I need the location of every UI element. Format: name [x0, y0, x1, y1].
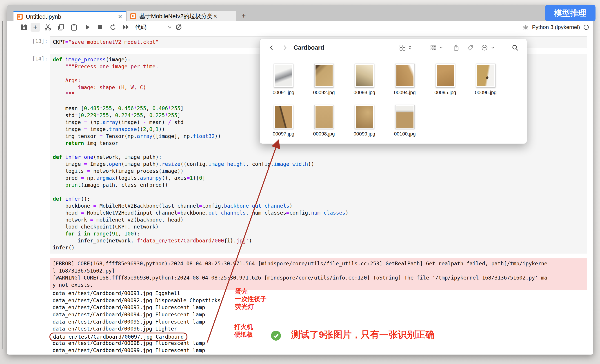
file-item[interactable]: 00095.jpg: [431, 64, 459, 95]
annotation-labels-top: 蛋壳一次性筷子荧光灯: [235, 288, 266, 310]
cardboard-photo: [275, 65, 292, 86]
code-line: for i in range(91, 100):: [53, 230, 587, 237]
file-grid-row-2: 00097.jpg 00098.jpg 00099.jpg 00100.jpg: [269, 105, 419, 137]
cell-type-dropdown[interactable]: 代码: [135, 21, 173, 33]
file-thumbnail[interactable]: [476, 64, 496, 87]
cardboard-photo: [477, 65, 494, 86]
kernel-area: Python 3 (ipykernel): [522, 21, 589, 33]
kernel-name[interactable]: Python 3 (ipykernel): [532, 24, 580, 30]
run-cell-icon[interactable]: [84, 23, 91, 31]
cardboard-photo: [316, 65, 333, 86]
copy-cell-icon[interactable]: [57, 23, 65, 31]
file-name: 00094.jpg: [394, 90, 416, 95]
run-all-icon[interactable]: [122, 23, 130, 31]
tab-label: 基于MobileNetv2的垃圾分类: [139, 12, 213, 20]
file-thumbnail[interactable]: [395, 105, 415, 129]
file-item[interactable]: 00098.jpg: [310, 105, 338, 137]
screenshot-stage: Untitled.ipynb ✕ 基于MobileNetv2的垃圾分类 ✕ + …: [0, 0, 600, 364]
tab-label: Untitled.ipynb: [26, 13, 61, 20]
file-item[interactable]: 00097.jpg: [269, 105, 298, 137]
file-thumbnail[interactable]: [274, 105, 293, 129]
file-item[interactable]: 00092.jpg: [310, 64, 338, 95]
file-thumbnail[interactable]: [436, 64, 455, 87]
file-item[interactable]: 00096.jpg: [472, 64, 500, 95]
file-name: 00100.jpg: [394, 131, 416, 137]
add-cell-button[interactable]: +: [31, 23, 40, 32]
annotation-summary: 测试了9张图片，只有一张识别正确: [291, 328, 435, 341]
finder-header: Cardboard: [260, 39, 527, 56]
file-thumbnail[interactable]: [314, 64, 334, 87]
code-line: image = Image.open(image_path).resize((c…: [53, 161, 587, 168]
file-name: 00092.jpg: [313, 90, 335, 95]
cardboard-photo: [396, 65, 413, 86]
file-item[interactable]: 00100.jpg: [391, 105, 419, 137]
debugger-bug-icon[interactable]: [522, 24, 529, 31]
code-line: def infer_one(network, image_path):: [53, 154, 587, 161]
error-line: [ERROR] CORE(168,ffff85e96930,python):20…: [53, 260, 587, 267]
code-line: def infer():: [53, 196, 587, 202]
notebook-icon: [17, 14, 23, 20]
file-thumbnail[interactable]: [355, 64, 374, 87]
cardboard-photo: [356, 106, 373, 128]
output-line: data_en/test/Cardboard/00094.jpg Fluores…: [53, 311, 587, 318]
search-icon[interactable]: [511, 44, 519, 51]
back-icon[interactable]: [268, 44, 275, 51]
tab-bar: Untitled.ipynb ✕ 基于MobileNetv2的垃圾分类 ✕ +: [7, 5, 593, 21]
paste-cell-icon[interactable]: [70, 23, 78, 31]
stderr-output: [ERROR] CORE(168,ffff85e96930,python):20…: [50, 258, 587, 290]
chevron-down-icon[interactable]: [439, 45, 444, 50]
cell-type-value: 代码: [135, 23, 147, 31]
share-icon[interactable]: [453, 44, 460, 51]
file-thumbnail[interactable]: [395, 64, 415, 87]
code-line: logits = network(image_process(image)): [53, 168, 587, 175]
close-icon[interactable]: ✕: [213, 13, 217, 19]
cut-cell-icon[interactable]: [44, 23, 52, 31]
file-thumbnail[interactable]: [314, 105, 334, 129]
view-selector-chevrons-icon[interactable]: [407, 44, 413, 51]
annotation-label: 硬纸板: [234, 331, 253, 338]
stop-kernel-icon[interactable]: [96, 23, 104, 31]
cell-prompt: [14]:: [27, 56, 48, 62]
save-icon[interactable]: [20, 23, 28, 31]
tab-mobilenet-notebook[interactable]: 基于MobileNetv2的垃圾分类 ✕: [127, 11, 236, 21]
file-item[interactable]: 00093.jpg: [350, 64, 378, 95]
output-line: data_en/test/Cardboard/00093.jpg Fluores…: [53, 304, 587, 311]
cardboard-photo: [356, 65, 373, 86]
group-by-icon[interactable]: [430, 44, 437, 51]
file-name: 00098.jpg: [313, 131, 335, 137]
output-line: data_en/test/Cardboard/00095.jpg Fluores…: [53, 318, 587, 326]
code-line: network = mobilenet_v2(backbone, head): [53, 216, 587, 223]
code-line: head = MobileNetV2Head(input_channel=bac…: [53, 209, 587, 216]
annotation-label: 蛋壳: [235, 288, 266, 295]
tab-untitled-notebook[interactable]: Untitled.ipynb ✕: [13, 11, 126, 21]
kernel-status-icon[interactable]: [583, 24, 589, 30]
file-thumbnail[interactable]: [355, 105, 374, 129]
file-item[interactable]: 00091.jpg: [269, 64, 298, 95]
output-line: data_en/test/Cardboard/00099.jpg Fluores…: [53, 347, 587, 354]
file-name: 00095.jpg: [434, 90, 456, 95]
kernel-busy-slash-icon[interactable]: [175, 23, 182, 31]
notebook-toolbar: + 代码: [7, 21, 593, 33]
code-line: pred = np.argmax(logits.asnumpy(), axis=…: [53, 175, 587, 182]
code-line: load_checkpoint(CKPT, network): [53, 223, 587, 230]
cardboard-photo: [316, 106, 333, 128]
file-grid-row-1: 00091.jpg 00092.jpg 00093.jpg 00094.jpg: [269, 64, 500, 95]
forward-icon[interactable]: [281, 44, 288, 51]
close-icon[interactable]: ✕: [118, 14, 122, 20]
more-options-icon[interactable]: [481, 44, 488, 51]
file-name: 00099.jpg: [354, 131, 375, 137]
notebook-icon: [130, 13, 136, 19]
chevron-down-icon: [167, 24, 173, 30]
file-thumbnail[interactable]: [274, 64, 293, 87]
grid-view-icon[interactable]: [399, 44, 406, 51]
file-item[interactable]: 00099.jpg: [350, 105, 378, 137]
tag-icon[interactable]: [467, 44, 474, 51]
code-line: [53, 147, 587, 154]
file-item[interactable]: 00094.jpg: [391, 64, 419, 95]
chevron-down-icon[interactable]: [490, 45, 495, 50]
cardboard-photo: [275, 106, 292, 128]
restart-kernel-icon[interactable]: [109, 23, 117, 31]
annotation-label: 荧光灯: [235, 303, 266, 310]
code-line: backbone = MobileNetV2Backbone(last_chan…: [53, 202, 587, 209]
new-tab-button[interactable]: +: [242, 12, 246, 20]
